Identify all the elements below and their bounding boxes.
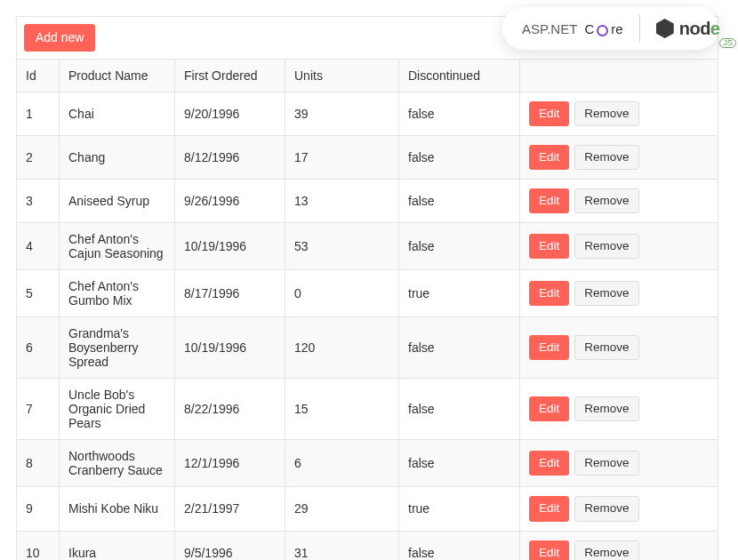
table-row: 9Mishi Kobe Niku2/21/199729trueEditRemov… — [17, 487, 718, 531]
cell-actions: EditRemove — [520, 135, 718, 179]
cell-product-name: Chef Anton's Gumbo Mix — [60, 270, 175, 317]
aspnet-core-c: C — [585, 21, 595, 36]
cell-first-ordered: 8/12/1996 — [175, 135, 285, 179]
cell-discontinued: false — [399, 317, 520, 379]
edit-button[interactable]: Edit — [529, 281, 569, 306]
cell-units: 29 — [285, 487, 399, 531]
cell-product-name: Chang — [60, 135, 175, 179]
node-js-badge: JS — [719, 38, 736, 48]
cell-units: 17 — [285, 135, 399, 179]
remove-button[interactable]: Remove — [574, 396, 638, 421]
table-row: 4Chef Anton's Cajun Seasoning10/19/19965… — [17, 223, 718, 270]
cell-units: 6 — [285, 440, 399, 487]
cell-first-ordered: 12/1/1996 — [175, 440, 285, 487]
edit-button[interactable]: Edit — [529, 540, 569, 560]
cell-discontinued: false — [399, 379, 520, 440]
remove-button[interactable]: Remove — [574, 188, 638, 213]
edit-button[interactable]: Edit — [529, 451, 569, 476]
add-new-button[interactable]: Add new — [24, 24, 95, 52]
aspnet-text: ASP.NET — [522, 21, 577, 36]
node-text: node — [679, 19, 720, 39]
cell-units: 15 — [285, 379, 399, 440]
cell-actions: EditRemove — [520, 531, 718, 560]
remove-button[interactable]: Remove — [574, 234, 638, 259]
cell-first-ordered: 9/26/1996 — [175, 180, 285, 223]
cell-product-name: Uncle Bob's Organic Dried Pears — [60, 379, 175, 440]
cell-id: 2 — [17, 135, 60, 179]
remove-button[interactable]: Remove — [574, 101, 638, 126]
cell-discontinued: false — [399, 440, 520, 487]
cell-id: 3 — [17, 180, 60, 223]
cell-first-ordered: 9/20/1996 — [175, 92, 285, 135]
cell-units: 120 — [285, 317, 399, 379]
cell-actions: EditRemove — [520, 223, 718, 270]
tech-logo-pill: ASP.NET C re node JS — [502, 7, 718, 50]
cell-id: 10 — [17, 531, 60, 560]
cell-units: 39 — [285, 92, 399, 135]
aspnet-core-re: re — [611, 21, 622, 36]
cell-id: 7 — [17, 379, 60, 440]
remove-button[interactable]: Remove — [574, 145, 638, 170]
cell-actions: EditRemove — [520, 92, 718, 135]
table-row: 7Uncle Bob's Organic Dried Pears8/22/199… — [17, 379, 718, 440]
table-header-row: Id Product Name First Ordered Units Disc… — [17, 59, 718, 92]
col-product-name[interactable]: Product Name — [60, 59, 175, 92]
cell-units: 31 — [285, 531, 399, 560]
edit-button[interactable]: Edit — [529, 145, 569, 170]
hexagon-icon — [656, 19, 674, 38]
cell-actions: EditRemove — [520, 317, 718, 379]
edit-button[interactable]: Edit — [529, 335, 569, 360]
remove-button[interactable]: Remove — [574, 335, 638, 360]
table-row: 1Chai9/20/199639falseEditRemove — [17, 92, 718, 135]
cell-product-name: Chef Anton's Cajun Seasoning — [60, 223, 175, 270]
cell-product-name: Grandma's Boysenberry Spread — [60, 317, 175, 379]
col-units[interactable]: Units — [285, 59, 399, 92]
cell-first-ordered: 10/19/1996 — [175, 317, 285, 379]
aspnet-core-ring-icon — [597, 25, 608, 36]
cell-product-name: Northwoods Cranberry Sauce — [60, 440, 175, 487]
table-row: 3Aniseed Syrup9/26/199613falseEditRemove — [17, 180, 718, 223]
logo-separator — [639, 14, 640, 43]
remove-button[interactable]: Remove — [574, 540, 638, 560]
edit-button[interactable]: Edit — [529, 396, 569, 421]
cell-id: 4 — [17, 223, 60, 270]
cell-product-name: Ikura — [60, 531, 175, 560]
cell-discontinued: false — [399, 135, 520, 179]
cell-discontinued: false — [399, 180, 520, 223]
cell-actions: EditRemove — [520, 180, 718, 223]
edit-button[interactable]: Edit — [529, 496, 569, 521]
cell-product-name: Chai — [60, 92, 175, 135]
edit-button[interactable]: Edit — [529, 101, 569, 126]
edit-button[interactable]: Edit — [529, 234, 569, 259]
remove-button[interactable]: Remove — [574, 451, 638, 476]
cell-first-ordered: 9/5/1996 — [175, 531, 285, 560]
cell-discontinued: true — [399, 487, 520, 531]
edit-button[interactable]: Edit — [529, 188, 569, 213]
cell-first-ordered: 8/17/1996 — [175, 270, 285, 317]
cell-product-name: Mishi Kobe Niku — [60, 487, 175, 531]
cell-actions: EditRemove — [520, 487, 718, 531]
col-discontinued[interactable]: Discontinued — [399, 59, 520, 92]
cell-units: 53 — [285, 223, 399, 270]
cell-first-ordered: 8/22/1996 — [175, 379, 285, 440]
cell-units: 13 — [285, 180, 399, 223]
cell-discontinued: false — [399, 223, 520, 270]
col-first-ordered[interactable]: First Ordered — [175, 59, 285, 92]
cell-first-ordered: 2/21/1997 — [175, 487, 285, 531]
cell-id: 8 — [17, 440, 60, 487]
cell-id: 6 — [17, 317, 60, 379]
table-row: 5Chef Anton's Gumbo Mix8/17/19960trueEdi… — [17, 270, 718, 317]
table-row: 2Chang8/12/199617falseEditRemove — [17, 135, 718, 179]
table-row: 8Northwoods Cranberry Sauce12/1/19966fal… — [17, 440, 718, 487]
table-row: 10Ikura9/5/199631falseEditRemove — [17, 531, 718, 560]
cell-discontinued: true — [399, 270, 520, 317]
remove-button[interactable]: Remove — [574, 496, 638, 521]
remove-button[interactable]: Remove — [574, 281, 638, 306]
cell-id: 5 — [17, 270, 60, 317]
cell-product-name: Aniseed Syrup — [60, 180, 175, 223]
cell-discontinued: false — [399, 531, 520, 560]
cell-id: 9 — [17, 487, 60, 531]
cell-discontinued: false — [399, 92, 520, 135]
col-id[interactable]: Id — [17, 59, 60, 92]
aspnet-core-logo: ASP.NET C re — [522, 21, 623, 36]
